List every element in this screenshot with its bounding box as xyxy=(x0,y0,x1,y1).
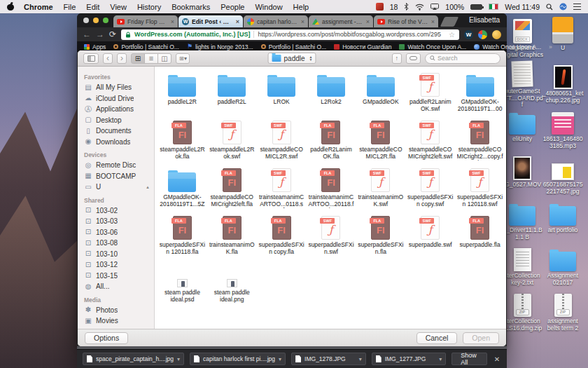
icon-view-button[interactable] xyxy=(131,53,145,64)
desktop-icon[interactable]: IG_0527.MOV xyxy=(501,152,543,198)
bookmark-item[interactable]: Watch Once Upon A... xyxy=(474,43,541,50)
file-item[interactable]: steam paddle ideal.psd xyxy=(159,261,205,308)
browser-tab[interactable]: Rise of the Video G... xyxy=(374,15,438,27)
file-item[interactable]: steampaddleL2Rok.fla xyxy=(159,118,205,165)
file-item[interactable]: trainsteamanimOK.fla xyxy=(209,213,255,261)
sidebar-entry[interactable]: Devices xyxy=(84,151,154,158)
forward-button[interactable] xyxy=(117,53,127,64)
sidebar-entry[interactable]: 103-02 xyxy=(84,205,154,217)
sidebar-entry[interactable]: Photos xyxy=(84,305,154,316)
menu-item[interactable]: Edit xyxy=(86,3,99,11)
new-tab-button[interactable] xyxy=(440,17,459,27)
close-downloads-bar-icon[interactable] xyxy=(494,355,500,363)
download-menu-caret-icon[interactable] xyxy=(177,355,180,362)
back-button[interactable] xyxy=(103,53,113,64)
menu-item[interactable]: History xyxy=(137,3,161,11)
tab-close-icon[interactable] xyxy=(366,18,370,25)
file-item[interactable]: steampaddleL2Rok.swf xyxy=(209,118,255,165)
battery-icon[interactable] xyxy=(470,4,482,10)
sidebar-entry[interactable]: 103-06 xyxy=(84,227,154,238)
file-item[interactable]: steampaddleCOMICright2left.swf xyxy=(407,118,454,165)
bookmark-star-icon[interactable] xyxy=(449,31,455,39)
list-view-button[interactable] xyxy=(144,53,158,64)
sidebar-entry[interactable]: U xyxy=(84,182,154,193)
bookmarks-overflow-icon[interactable] xyxy=(549,43,552,50)
file-item[interactable]: superpaddleSFXin.swf xyxy=(308,213,354,261)
menu-item[interactable]: Window xyxy=(255,3,282,11)
bookmark-item[interactable]: Apps xyxy=(84,43,106,50)
desktop-file-icon[interactable] xyxy=(509,115,536,135)
file-item[interactable]: GMpaddleOK xyxy=(358,70,404,118)
file-item[interactable]: superpaddleSFXin.fla xyxy=(358,213,404,261)
desktop-file-icon[interactable] xyxy=(552,17,573,43)
folder-dropdown[interactable]: paddle ▲▼ xyxy=(268,53,316,64)
desktop-icon[interactable]: Assignment 021017 xyxy=(542,243,584,289)
options-button[interactable]: Options xyxy=(85,332,128,344)
sidebar-entry[interactable]: Downloads xyxy=(84,137,154,148)
input-language-flag-icon[interactable] xyxy=(489,4,498,10)
file-item[interactable]: trainsteamanimOK.swf xyxy=(358,165,404,213)
file-item[interactable]: steampaddleCOMICright2...copy.fla xyxy=(457,118,503,165)
download-item[interactable]: IMG_1277.JPG xyxy=(372,353,447,365)
desktop-icon[interactable]: eliUnity xyxy=(501,107,543,152)
desktop-file-icon[interactable] xyxy=(514,294,531,317)
desktop-icon[interactable]: 18613_1464803185.mp3 xyxy=(542,107,584,152)
menu-item[interactable]: File xyxy=(64,3,76,11)
sidebar-entry[interactable]: iCloud Drive xyxy=(84,93,154,104)
browser-tab[interactable]: assignment - Goo... xyxy=(309,15,373,27)
sidebar-entry[interactable]: Shared xyxy=(84,197,154,204)
download-item[interactable]: IMG_1278.JPG xyxy=(291,353,366,365)
file-item[interactable]: steam paddle ideal.png xyxy=(209,261,255,308)
desktop-file-icon[interactable] xyxy=(554,65,573,89)
sidebar-entry[interactable]: 103-15 xyxy=(84,271,154,282)
sidebar-entry[interactable]: 103-10 xyxy=(84,249,154,260)
file-item[interactable]: paddleR2LanimOK.fla xyxy=(308,118,354,165)
menu-item[interactable]: View xyxy=(110,3,127,11)
file-item[interactable]: steampaddleCOMICL2R.fla xyxy=(358,118,404,165)
menu-item[interactable]: Bookmarks xyxy=(172,3,210,11)
file-item[interactable]: superpaddle.fla xyxy=(457,213,503,261)
sidebar-entry[interactable]: 103-12 xyxy=(84,259,154,271)
wordpress-extension-icon[interactable] xyxy=(464,30,473,39)
bookmark-item[interactable]: Portfolio | Saatchi O... xyxy=(113,43,179,50)
extension-icon[interactable] xyxy=(492,30,501,39)
siri-icon[interactable] xyxy=(559,3,567,11)
security-chip[interactable]: WordPress.com (Automattic, Inc.) [US] xyxy=(134,31,250,38)
wifi-icon[interactable] xyxy=(415,4,424,11)
file-item[interactable]: GMpaddleOK-20180119T1...001 new xyxy=(457,70,503,118)
file-item[interactable]: LROK xyxy=(258,70,304,118)
file-item[interactable]: paddleR2LanimOK.swf xyxy=(407,70,454,118)
browser-tab[interactable]: Friday Flop 15 12... xyxy=(113,15,178,27)
download-menu-caret-icon[interactable] xyxy=(439,355,442,362)
minimize-window-button[interactable] xyxy=(93,18,99,23)
sidebar-entry[interactable]: BOOTCAMP xyxy=(84,171,154,182)
file-item[interactable]: paddleR2L xyxy=(209,70,255,118)
group-by-button[interactable] xyxy=(176,53,190,64)
file-item[interactable]: trainsteamanimCARTOO...20118.fla xyxy=(308,165,354,213)
desktop-icon[interactable]: assignment belts term 2 xyxy=(542,289,584,334)
file-item[interactable]: superpaddleSFXin 120118.swf xyxy=(457,165,503,213)
sidebar-entry[interactable]: Applications xyxy=(84,104,154,115)
file-item[interactable]: steampaddleCOMICL2R.swf xyxy=(258,118,304,165)
open-button[interactable]: Open xyxy=(463,332,499,344)
desktop-icon[interactable]: signment Digital Graphics xyxy=(501,15,543,61)
column-view-button[interactable] xyxy=(158,53,172,64)
desktop-icon[interactable]: U xyxy=(542,15,584,61)
file-item[interactable]: GMpaddleOK-20180119T1...5Z-001 xyxy=(159,165,205,213)
download-item[interactable]: space_pirate_captain_h....jpg xyxy=(83,353,184,365)
forward-button[interactable] xyxy=(96,30,104,39)
desktop-file-icon[interactable] xyxy=(550,252,576,271)
download-item[interactable]: capitan harlock first pi....jpg xyxy=(190,353,286,365)
sidebar-entry[interactable]: 103-08 xyxy=(84,238,154,249)
desktop-file-icon[interactable] xyxy=(513,156,531,180)
desktop-file-icon[interactable] xyxy=(514,248,531,271)
sidebar-entry[interactable]: Desktop xyxy=(84,115,154,126)
notification-app-icon[interactable] xyxy=(376,3,384,11)
file-item[interactable]: steampaddleCOMICright2left.fla xyxy=(209,165,255,213)
sidebar-entry[interactable]: Media xyxy=(84,297,154,304)
desktop-file-icon[interactable] xyxy=(552,163,574,180)
file-item[interactable]: superpaddleSFXin copy.swf xyxy=(407,165,454,213)
desktop-file-icon[interactable] xyxy=(509,206,536,226)
browser-tab[interactable]: capitan harlock po... xyxy=(244,15,308,27)
cancel-button[interactable]: Cancel xyxy=(416,332,458,344)
